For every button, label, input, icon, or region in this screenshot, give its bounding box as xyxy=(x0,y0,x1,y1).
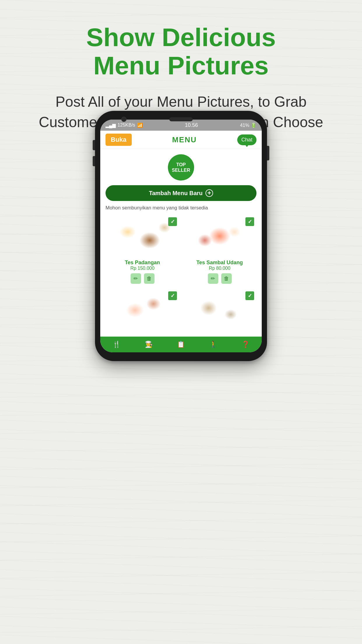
delete-button-1[interactable]: 🗑 xyxy=(144,273,154,284)
menu-item-4: ✓ xyxy=(183,289,256,331)
nav-item-profile[interactable]: 🚶 xyxy=(209,341,217,348)
phone-power-button xyxy=(267,146,269,160)
checkmark-badge-2[interactable]: ✓ xyxy=(245,217,254,226)
warning-text: Mohon sembunyikan menu yang tidak tersed… xyxy=(106,205,256,211)
food-image-3[interactable]: ✓ xyxy=(106,289,179,331)
title-line2: Menu Pictures xyxy=(93,51,268,80)
checkmark-badge-1[interactable]: ✓ xyxy=(168,217,177,226)
phone-speaker xyxy=(169,117,193,121)
menu-title: MENU xyxy=(172,135,197,144)
clipboard-icon: 📋 xyxy=(177,341,185,348)
action-buttons-2: ✏ 🗑 xyxy=(183,273,256,284)
menu-item-3: ✓ xyxy=(106,289,179,331)
menu-price-2: Rp 80.000 xyxy=(183,266,256,271)
top-seller-line1: TOP xyxy=(176,162,186,167)
delete-button-2[interactable]: 🗑 xyxy=(221,273,232,284)
phone-camera xyxy=(121,117,126,122)
edit-button-1[interactable]: ✏ xyxy=(131,273,141,284)
buka-badge[interactable]: Buka xyxy=(106,134,132,146)
content-area: Show Delicious Menu Pictures Post All of… xyxy=(0,0,362,644)
fork-knife-icon: 🍴 xyxy=(113,341,120,348)
phone-vol-up-button xyxy=(93,140,95,150)
status-battery: 41% 🔋 xyxy=(240,123,256,128)
top-seller-line2: SELLER xyxy=(172,167,190,173)
edit-button-2[interactable]: ✏ xyxy=(208,273,218,284)
checkmark-badge-3[interactable]: ✓ xyxy=(168,291,177,300)
chef-icon: 👨‍🍳 xyxy=(145,341,153,348)
nav-item-menu[interactable]: 🍴 xyxy=(113,341,120,348)
menu-item-1: ✓ Tes Padangan Rp 150.000 ✏ 🗑 xyxy=(106,215,179,286)
checkmark-badge-4[interactable]: ✓ xyxy=(245,291,254,300)
phone-mockup: ▂▄▆ 125KB/s 📶 10.56 41% 🔋 Buka MENU Chat xyxy=(95,111,267,361)
phone-screen: ▂▄▆ 125KB/s 📶 10.56 41% 🔋 Buka MENU Chat xyxy=(100,120,262,352)
food-image-1[interactable]: ✓ xyxy=(106,215,179,257)
menu-name-2: Tes Sambal Udang xyxy=(183,260,256,266)
top-seller-badge[interactable]: TOP SELLER xyxy=(168,154,194,181)
menu-grid: ✓ Tes Padangan Rp 150.000 ✏ 🗑 xyxy=(106,215,256,331)
title-line1: Show Delicious xyxy=(86,23,276,52)
bottom-nav: 🍴 👨‍🍳 📋 🚶 ❓ xyxy=(100,337,262,352)
menu-name-1: Tes Padangan xyxy=(106,260,179,266)
nav-item-orders[interactable]: 📋 xyxy=(177,341,185,348)
main-title: Show Delicious Menu Pictures xyxy=(17,23,345,80)
person-icon: 🚶 xyxy=(209,341,217,348)
phone-outer: ▂▄▆ 125KB/s 📶 10.56 41% 🔋 Buka MENU Chat xyxy=(95,111,267,361)
wifi-icon: 📶 xyxy=(137,123,143,128)
food-image-4[interactable]: ✓ xyxy=(183,289,256,331)
phone-vol-down-button xyxy=(93,156,95,166)
chat-button[interactable]: Chat xyxy=(237,134,256,145)
status-time: 10.56 xyxy=(185,122,198,128)
nav-item-help[interactable]: ❓ xyxy=(242,341,249,348)
nav-item-chef[interactable]: 👨‍🍳 xyxy=(145,341,153,348)
menu-price-1: Rp 150.000 xyxy=(106,266,179,271)
status-left: ▂▄▆ 125KB/s 📶 xyxy=(106,123,143,128)
top-seller-area: TOP SELLER xyxy=(106,154,256,181)
signal-icon: ▂▄▆ xyxy=(106,123,116,128)
help-icon: ❓ xyxy=(242,341,249,348)
app-header: Buka MENU Chat xyxy=(100,131,262,149)
add-menu-label: Tambah Menu Baru xyxy=(149,190,203,197)
add-menu-button[interactable]: Tambah Menu Baru + xyxy=(106,185,256,201)
add-icon: + xyxy=(205,189,213,197)
menu-item-2: ✓ Tes Sambal Udang Rp 80.000 ✏ 🗑 xyxy=(183,215,256,286)
food-image-2[interactable]: ✓ xyxy=(183,215,256,257)
app-content: TOP SELLER Tambah Menu Baru + Mohon semb… xyxy=(100,149,262,337)
speed-indicator: 125KB/s xyxy=(117,123,135,128)
action-buttons-1: ✏ 🗑 xyxy=(106,273,179,284)
